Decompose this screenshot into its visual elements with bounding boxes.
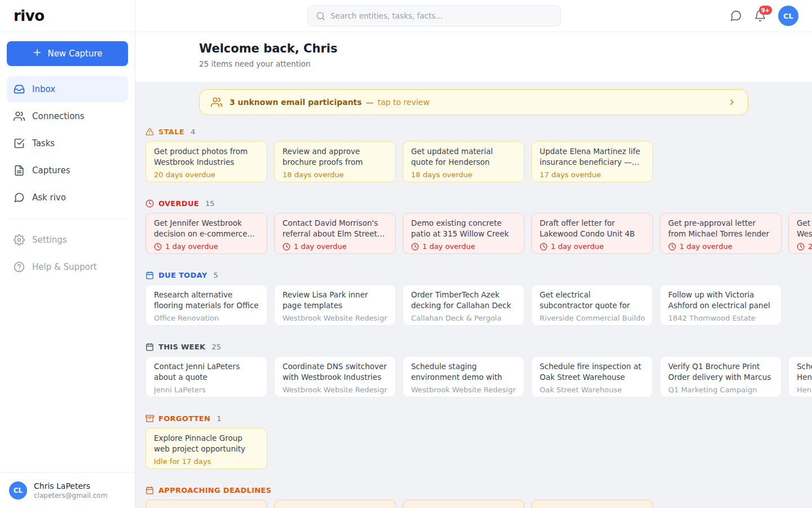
banner-action-text: tap to review (378, 98, 430, 107)
page-subtitle: 25 items need your attention (199, 59, 748, 68)
sidebar-item-inbox[interactable]: Inbox (7, 76, 128, 102)
task-project: Jenni LaPeters (154, 386, 259, 394)
section-header: FORGOTTEN 1 (135, 414, 812, 422)
task-project: Westbrook Website Redesign (411, 386, 516, 394)
task-title: Schedule staging environment demo with P… (411, 361, 516, 383)
task-title: Verify Q1 Brochure Print Order delivery … (668, 361, 773, 383)
task-project: Office Renovation (154, 314, 259, 322)
section-label: APPROACHING DEADLINES (158, 486, 271, 494)
task-title: Contact Jenni LaPeters about a quote (154, 361, 259, 383)
help-circle-icon (14, 261, 25, 273)
sidebar-item-captures[interactable]: Captures (7, 157, 128, 183)
plus-icon (32, 47, 42, 60)
task-meta: 1 day overdue (283, 242, 387, 251)
notifications-bell-icon[interactable]: 9+ (754, 10, 766, 22)
archive-icon (145, 414, 154, 423)
task-title: Follow up with Victoria Ashford on elect… (668, 290, 773, 311)
task-project: Q1 Marketing Campaign (668, 386, 773, 394)
task-meta: 18 days overdue (411, 170, 516, 179)
logo-area: rivo (0, 0, 135, 32)
new-capture-label: New Capture (47, 49, 102, 59)
sidebar-user-box[interactable]: CL Chris LaPeters clapeters@gmail.com (0, 472, 135, 508)
sidebar-item-settings[interactable]: Settings (7, 227, 128, 253)
clock-icon (283, 243, 290, 251)
task-title: Draft offer letter for Lakewood Condo Un… (540, 218, 645, 239)
clock-icon (411, 243, 419, 251)
sections: STALE 4 Get product photos from Westbroo… (135, 128, 812, 508)
calendar-icon (145, 486, 154, 494)
task-card[interactable]: Demo existing concrete patio at 315 Will… (403, 213, 524, 254)
section-header: THIS WEEK 25 (135, 343, 812, 351)
sidebar-item-ask-rivo[interactable]: Ask rivo (7, 185, 128, 211)
task-title: Explore Pinnacle Group web project oppor… (154, 433, 259, 454)
task-card[interactable] (531, 500, 653, 508)
task-card[interactable]: Get product photos from Westbrook Indust… (145, 141, 267, 182)
new-capture-button[interactable]: New Capture (7, 41, 128, 66)
task-card[interactable]: Contact Jenni LaPeters about a quote Jen… (145, 356, 267, 397)
sidebar-item-label: Ask rivo (32, 192, 66, 203)
unknown-participants-banner[interactable]: 3 unknown email participants — tap to re… (199, 89, 748, 115)
task-card[interactable]: Contact David Morrison's referral about … (274, 213, 396, 254)
task-card[interactable]: Get Jennifer Westbrook decision on e-com… (145, 213, 267, 254)
warning-icon (145, 128, 154, 136)
task-card[interactable]: Follow up with Victoria Ashford on elect… (660, 284, 782, 326)
task-card[interactable]: Schedule fire inspection at Oak Street W… (531, 356, 653, 397)
section-header: DUE TODAY 5 (135, 271, 812, 279)
task-project: Hende (797, 386, 812, 394)
avatar[interactable]: CL (778, 6, 798, 26)
task-card[interactable]: Research alternative flooring materials … (145, 284, 267, 326)
topbar-actions: 9+ CL (730, 6, 798, 26)
task-card[interactable]: Sche Hend Hende (788, 356, 812, 397)
banner-text: 3 unknown email participants (230, 98, 362, 107)
users-icon (14, 111, 25, 122)
content: 3 unknown email participants — tap to re… (135, 82, 812, 508)
task-card[interactable]: Review and approve brochure proofs from … (274, 141, 396, 182)
sidebar: rivo New Capture Inbox Connections Tasks… (0, 0, 135, 508)
card-row: Get product photos from Westbrook Indust… (135, 141, 812, 182)
sidebar-item-connections[interactable]: Connections (7, 103, 128, 129)
task-card[interactable]: Update Elena Martinez life insurance ben… (531, 141, 653, 182)
task-card[interactable] (145, 500, 267, 508)
search-box[interactable] (307, 5, 561, 27)
task-card[interactable]: Get electrical subcontractor quote for R… (531, 284, 653, 326)
task-card[interactable]: Get updated material quote for Henderson… (403, 141, 524, 182)
task-card[interactable]: Review Lisa Park inner page templates We… (274, 284, 396, 326)
task-meta: 1 day overdue (540, 242, 645, 251)
task-project: Callahan Deck & Pergola (411, 314, 516, 322)
task-card[interactable]: Verify Q1 Brochure Print Order delivery … (660, 356, 782, 397)
user-name: Chris LaPeters (34, 481, 107, 491)
messages-icon[interactable] (730, 10, 742, 22)
task-title: Contact David Morrison's referral about … (283, 218, 387, 239)
task-card[interactable] (274, 500, 396, 508)
task-title: Get electrical subcontractor quote for R… (540, 290, 645, 311)
notification-badge: 9+ (759, 6, 772, 15)
task-meta: Idle for 17 days (154, 457, 259, 466)
task-card[interactable] (403, 500, 524, 508)
sidebar-item-label: Tasks (32, 138, 55, 148)
calendar-icon (145, 343, 154, 351)
task-card[interactable]: Draft offer letter for Lakewood Condo Un… (531, 213, 653, 254)
task-card[interactable]: Schedule staging environment demo with P… (403, 356, 524, 397)
section-label: FORGOTTEN (158, 414, 210, 423)
task-card[interactable]: Get pre-approval letter from Michael Tor… (660, 213, 782, 254)
task-card[interactable]: Get L West 2 d (788, 213, 812, 254)
sidebar-item-label: Settings (32, 235, 67, 245)
task-card[interactable]: Explore Pinnacle Group web project oppor… (145, 428, 267, 469)
task-title: Research alternative flooring materials … (154, 290, 259, 311)
chevron-right-icon (727, 98, 736, 107)
task-title: Get pre-approval letter from Michael Tor… (668, 218, 773, 239)
task-meta: 2 d (797, 242, 812, 251)
sidebar-item-tasks[interactable]: Tasks (7, 130, 128, 156)
task-card[interactable]: Order TimberTech Azek decking for Callah… (403, 284, 524, 326)
card-row: Explore Pinnacle Group web project oppor… (135, 428, 812, 469)
section-approaching-deadlines: APPROACHING DEADLINES (135, 486, 812, 508)
card-row: Research alternative flooring materials … (135, 284, 812, 326)
section-label: OVERDUE (158, 199, 199, 208)
page-header: Welcome back, Chris 25 items need your a… (135, 32, 812, 82)
search-input[interactable] (330, 11, 553, 20)
section-label: THIS WEEK (158, 343, 205, 351)
sidebar-divider (9, 218, 126, 219)
topbar: 9+ CL (135, 0, 812, 32)
sidebar-item-help-support[interactable]: Help & Support (7, 254, 128, 280)
task-card[interactable]: Coordinate DNS switchover with Westbrook… (274, 356, 396, 397)
